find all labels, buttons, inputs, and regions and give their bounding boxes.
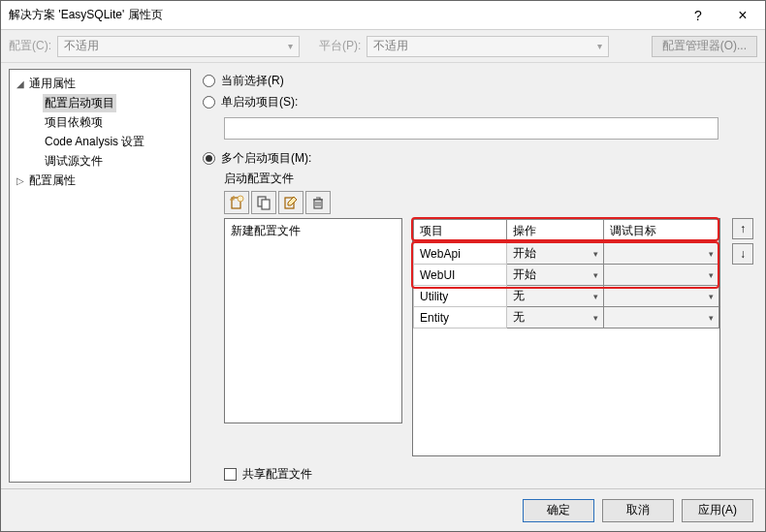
radio-icon bbox=[203, 96, 215, 109]
profiles-label: 启动配置文件 bbox=[224, 171, 753, 187]
cell-action[interactable]: 开始▾ bbox=[507, 265, 604, 286]
chevron-down-icon: ▾ bbox=[288, 41, 293, 51]
chevron-down-icon: ▾ bbox=[593, 249, 598, 259]
radio-current-selection[interactable]: 当前选择(R) bbox=[203, 71, 753, 92]
titlebar: 解决方案 'EasySQLite' 属性页 ? × bbox=[1, 1, 765, 30]
chevron-down-icon: ▾ bbox=[709, 270, 714, 280]
svg-point-1 bbox=[238, 196, 243, 202]
config-manager-button: 配置管理器(O)... bbox=[652, 36, 757, 57]
tree-debug-source[interactable]: 调试源文件 bbox=[10, 151, 190, 171]
tree-common-props[interactable]: ◢ 通用属性 bbox=[10, 74, 190, 93]
cell-action[interactable]: 无▾ bbox=[507, 286, 604, 307]
radio-current-label: 当前选择(R) bbox=[221, 73, 284, 89]
table-row: WebUI 开始▾ ▾ bbox=[414, 265, 719, 286]
expand-icon[interactable]: ▷ bbox=[14, 175, 27, 186]
help-icon: ? bbox=[694, 8, 702, 23]
single-startup-combo[interactable] bbox=[224, 117, 718, 141]
col-project[interactable]: 项目 bbox=[414, 220, 507, 243]
col-action[interactable]: 操作 bbox=[507, 220, 604, 243]
list-item[interactable]: 新建配置文件 bbox=[231, 223, 396, 239]
move-down-button[interactable]: ↓ bbox=[732, 243, 753, 265]
config-value: 不适用 bbox=[64, 38, 99, 54]
radio-single-label: 单启动项目(S): bbox=[221, 94, 298, 110]
chevron-down-icon: ▾ bbox=[709, 313, 714, 323]
share-profile-label: 共享配置文件 bbox=[242, 466, 312, 483]
delete-icon bbox=[310, 195, 326, 210]
config-combo: 不适用▾ bbox=[57, 36, 300, 57]
move-up-button[interactable]: ↑ bbox=[732, 218, 753, 239]
profiles-list[interactable]: 新建配置文件 bbox=[224, 218, 402, 423]
cancel-button[interactable]: 取消 bbox=[602, 499, 674, 522]
cell-action[interactable]: 开始▾ bbox=[507, 243, 604, 265]
window-title: 解决方案 'EasySQLite' 属性页 bbox=[9, 7, 676, 23]
share-profile-checkbox[interactable]: 共享配置文件 bbox=[224, 466, 753, 483]
ok-button[interactable]: 确定 bbox=[523, 499, 594, 522]
radio-icon bbox=[203, 75, 215, 87]
platform-value: 不适用 bbox=[373, 38, 408, 54]
new-profile-button[interactable] bbox=[224, 191, 249, 214]
cell-target[interactable]: ▾ bbox=[604, 307, 719, 329]
radio-multi-label: 多个启动项目(M): bbox=[221, 150, 311, 167]
tree-project-deps[interactable]: 项目依赖项 bbox=[10, 112, 190, 132]
profile-toolbar bbox=[224, 191, 753, 214]
chevron-down-icon: ▾ bbox=[593, 313, 598, 323]
radio-multi-startup[interactable]: 多个启动项目(M): bbox=[203, 147, 753, 169]
collapse-icon[interactable]: ◢ bbox=[14, 78, 27, 89]
new-file-icon bbox=[229, 195, 244, 210]
cell-project[interactable]: WebApi bbox=[414, 243, 507, 265]
radio-icon bbox=[203, 152, 215, 165]
config-label: 配置(C): bbox=[9, 38, 51, 54]
cell-target[interactable]: ▾ bbox=[604, 243, 719, 265]
duplicate-profile-button[interactable] bbox=[251, 191, 276, 214]
arrow-down-icon: ↓ bbox=[740, 247, 746, 261]
platform-combo: 不适用▾ bbox=[367, 36, 609, 57]
col-target[interactable]: 调试目标 bbox=[604, 220, 719, 243]
table-row: WebApi 开始▾ ▾ bbox=[414, 243, 719, 265]
arrow-up-icon: ↑ bbox=[740, 222, 746, 235]
close-button[interactable]: × bbox=[720, 1, 765, 30]
cell-action[interactable]: 无▾ bbox=[507, 307, 604, 329]
help-button[interactable]: ? bbox=[676, 1, 720, 30]
checkbox-icon bbox=[224, 468, 237, 481]
tree-code-analysis[interactable]: Code Analysis 设置 bbox=[10, 132, 190, 151]
nav-tree[interactable]: ◢ 通用属性 配置启动项目 项目依赖项 Code Analysis 设置 调试源… bbox=[9, 69, 191, 483]
platform-label: 平台(P): bbox=[319, 38, 361, 54]
chevron-down-icon: ▾ bbox=[593, 292, 598, 301]
tree-config-props[interactable]: ▷ 配置属性 bbox=[10, 171, 190, 190]
chevron-down-icon: ▾ bbox=[593, 270, 598, 280]
cell-target[interactable]: ▾ bbox=[604, 286, 719, 307]
table-row: Entity 无▾ ▾ bbox=[414, 307, 719, 329]
close-icon: × bbox=[738, 7, 747, 24]
cell-project[interactable]: Entity bbox=[414, 307, 507, 329]
delete-profile-button[interactable] bbox=[305, 191, 331, 214]
cell-target[interactable]: ▾ bbox=[604, 265, 719, 286]
startup-grid[interactable]: 项目 操作 调试目标 WebApi 开始▾ ▾ bbox=[412, 218, 720, 456]
chevron-down-icon: ▾ bbox=[709, 292, 714, 301]
table-row: Utility 无▾ ▾ bbox=[414, 286, 719, 307]
chevron-down-icon: ▾ bbox=[709, 249, 714, 259]
radio-single-startup[interactable]: 单启动项目(S): bbox=[203, 92, 753, 113]
rename-icon bbox=[283, 195, 299, 210]
cell-project[interactable]: WebUI bbox=[414, 265, 507, 286]
cell-project[interactable]: Utility bbox=[414, 286, 507, 307]
config-strip: 配置(C): 不适用▾ 平台(P): 不适用▾ 配置管理器(O)... bbox=[1, 30, 765, 63]
rename-profile-button[interactable] bbox=[278, 191, 303, 214]
svg-rect-3 bbox=[262, 200, 270, 209]
chevron-down-icon: ▾ bbox=[597, 41, 602, 51]
dialog-footer: 确定 取消 应用(A) bbox=[1, 488, 765, 531]
apply-button[interactable]: 应用(A) bbox=[682, 499, 753, 522]
tree-startup-project[interactable]: 配置启动项目 bbox=[10, 93, 190, 112]
copy-icon bbox=[256, 195, 271, 210]
